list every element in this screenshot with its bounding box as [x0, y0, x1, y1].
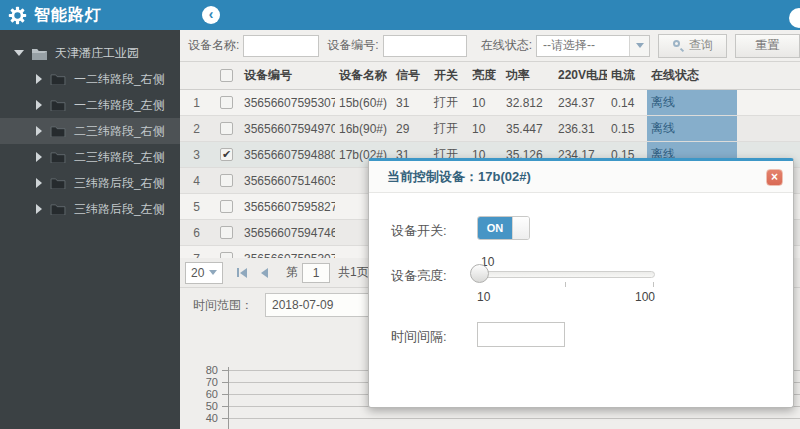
table-header-cell: 设备编号 — [240, 62, 335, 89]
table-cell: 0.15 — [607, 116, 647, 141]
row-checkbox[interactable]: ✔ — [220, 148, 233, 161]
toggle-knob[interactable] — [512, 217, 529, 239]
device-name-label: 设备名称: — [188, 37, 239, 54]
table-cell: 0.14 — [607, 90, 647, 115]
sidebar-item-label: 二三纬路段_右侧 — [74, 123, 165, 140]
table-header-cell: 设备名称 — [335, 62, 392, 89]
table-cell: 356566075146035 — [240, 168, 335, 193]
row-number: 6 — [180, 220, 213, 245]
sidebar-item[interactable]: 三纬路后段_右侧 — [0, 170, 180, 196]
table-cell: 打开 — [430, 116, 468, 141]
y-axis-tick-label: 40 — [194, 412, 218, 424]
brightness-slider-handle[interactable] — [470, 264, 489, 283]
table-cell: 356566075947465 — [240, 220, 335, 245]
table-header-cell: 在线状态 — [647, 62, 737, 89]
brightness-max-label: 100 — [635, 290, 655, 304]
row-checkbox[interactable] — [220, 200, 233, 213]
table-cell: 356566075953075 — [240, 90, 335, 115]
sidebar-item[interactable]: 三纬路后段_左侧 — [0, 196, 180, 222]
brightness-label: 设备亮度: — [391, 267, 447, 285]
chevron-down-icon[interactable] — [629, 36, 649, 56]
sidebar-item[interactable]: 二三纬路段_右侧 — [0, 118, 180, 144]
row-checkbox[interactable] — [220, 226, 233, 239]
table-cell: 236.31 — [554, 116, 607, 141]
sidebar-item[interactable]: 一二纬路段_左侧 — [0, 92, 180, 118]
folder-icon — [50, 99, 66, 111]
device-switch-toggle[interactable]: ON — [477, 216, 530, 240]
folder-icon — [50, 73, 66, 85]
first-page-button[interactable] — [237, 268, 247, 278]
first-page-icon — [240, 268, 247, 278]
sidebar-item[interactable]: 一二纬路段_右侧 — [0, 66, 180, 92]
table-row[interactable]: 135656607595307515b(60#)31打开1032.812234.… — [180, 90, 800, 116]
sidebar: 智能路灯 天津潘庄工业园 一二纬路段_右侧 — [0, 0, 180, 429]
table-cell: 234.37 — [554, 90, 607, 115]
table-header-cell: 开关 — [430, 62, 468, 89]
online-status-value: --请选择-- — [537, 37, 629, 54]
table-header-cell: 信号 — [392, 62, 430, 89]
table-header-cell: 亮度 — [468, 62, 502, 89]
reset-button[interactable]: 重置 — [735, 34, 800, 58]
y-axis-tick-label: 60 — [194, 388, 218, 400]
chevron-right-icon[interactable] — [36, 204, 42, 214]
time-range-label: 时间范围： — [193, 297, 253, 314]
chevron-right-icon[interactable] — [36, 126, 42, 136]
table-cell: 16b(90#) — [335, 116, 392, 141]
page-label-prefix: 第 — [286, 264, 298, 281]
page-size-select[interactable]: 20 — [185, 262, 223, 284]
filter-bar: 设备名称: 设备编号: 在线状态: --请选择-- 查询 重置 — [180, 30, 800, 62]
table-cell: 32.812 — [502, 90, 554, 115]
chevron-right-icon[interactable] — [36, 100, 42, 110]
reset-button-label: 重置 — [756, 37, 780, 54]
row-checkbox-cell — [213, 116, 240, 141]
chevron-right-icon[interactable] — [36, 178, 42, 188]
y-axis-tick-label: 70 — [194, 376, 218, 388]
topbar: ‹ — [180, 0, 800, 30]
app-title: 智能路灯 — [34, 5, 102, 26]
status-cell: 离线 — [647, 116, 737, 141]
prev-page-button[interactable] — [261, 268, 268, 278]
table-header-cell: 电流 — [607, 62, 647, 89]
row-checkbox[interactable] — [220, 174, 233, 187]
table-cell: 35.447 — [502, 116, 554, 141]
row-checkbox-cell — [213, 168, 240, 193]
online-status-select[interactable]: --请选择-- — [536, 35, 650, 57]
interval-label: 时间间隔: — [391, 328, 447, 346]
brightness-slider-track[interactable] — [477, 271, 655, 278]
row-checkbox-cell — [213, 246, 240, 258]
interval-input[interactable] — [477, 322, 565, 347]
device-name-input[interactable] — [243, 35, 319, 57]
row-checkbox-cell: ✔ — [213, 142, 240, 167]
table-row[interactable]: 235656607594970116b(90#)29打开1035.447236.… — [180, 116, 800, 142]
online-status-label: 在线状态: — [481, 37, 532, 54]
chevron-right-icon[interactable] — [36, 152, 42, 162]
query-button[interactable]: 查询 — [658, 34, 727, 58]
chevron-right-icon[interactable] — [36, 74, 42, 84]
page-size-value: 20 — [191, 266, 204, 280]
row-checkbox[interactable] — [220, 122, 233, 135]
sidebar-item[interactable]: 二三纬路段_左侧 — [0, 144, 180, 170]
device-tree: 天津潘庄工业园 一二纬路段_右侧 一二纬路段_左侧 — [0, 30, 180, 222]
select-all-checkbox[interactable] — [220, 69, 233, 82]
sidebar-item-label: 一二纬路段_右侧 — [74, 71, 165, 88]
topbar-right-button[interactable] — [789, 8, 800, 28]
device-control-modal: 当前控制设备：17b(02#) × 设备开关: ON 10 设备亮度: 10 1… — [368, 158, 794, 408]
table-cell: 10 — [468, 90, 502, 115]
close-button[interactable]: × — [766, 169, 783, 186]
switch-label: 设备开关: — [391, 222, 447, 240]
row-checkbox[interactable] — [220, 96, 233, 109]
row-number: 2 — [180, 116, 213, 141]
back-button[interactable]: ‹ — [202, 6, 220, 24]
device-no-input[interactable] — [383, 35, 467, 57]
brightness-min-label: 10 — [477, 290, 490, 304]
y-axis-tick-label: 80 — [194, 364, 218, 376]
gridline — [228, 418, 800, 419]
tree-root-node[interactable]: 天津潘庄工业园 — [0, 40, 180, 66]
row-checkbox-cell — [213, 194, 240, 219]
y-axis-line — [228, 367, 229, 429]
row-checkbox-cell — [213, 90, 240, 115]
page-number-input[interactable] — [302, 263, 330, 283]
chevron-down-icon[interactable] — [14, 50, 24, 56]
table-header-cell: 220V电压 — [554, 62, 607, 89]
slider-tick — [565, 282, 566, 287]
